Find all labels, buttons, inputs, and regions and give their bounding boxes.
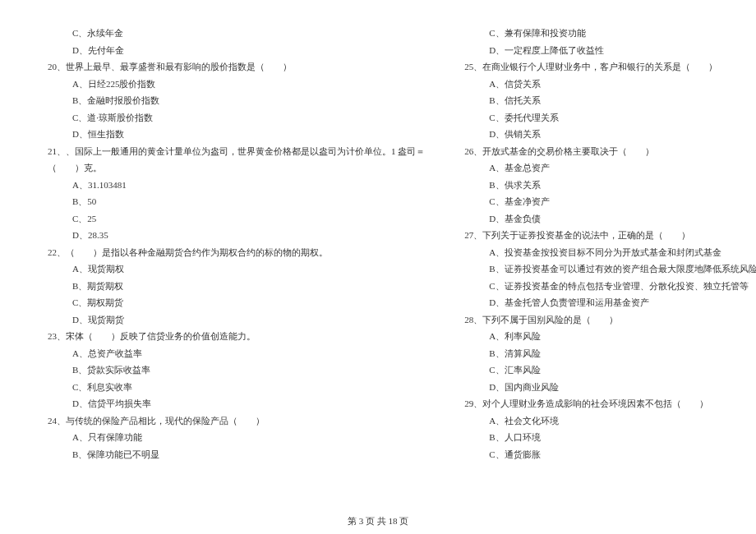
q24-option-a: A、只有保障功能 <box>41 429 425 446</box>
q26-option-a: A、基金总资产 <box>458 159 756 177</box>
q27-option-b: B、证券投资基金可以通过有效的资产组合最大限度地降低系统风险 <box>458 260 756 278</box>
q28-option-d: D、国内商业风险 <box>458 379 756 396</box>
two-column-layout: C、永续年金 D、先付年金 20、世界上最早、最享盛誉和最有影响的股价指数是（ … <box>41 25 715 463</box>
q23-option-a: A、总资产收益率 <box>41 345 425 362</box>
question-29: 29、对个人理财业务造成影响的社会环境因素不包括（ ） <box>458 395 756 412</box>
q21-option-b: B、50 <box>41 193 425 210</box>
question-22: 22、（ ）是指以各种金融期货合约作为期权合约的标的物的期权。 <box>41 244 425 261</box>
question-26: 26、开放式基金的交易价格主要取决于（ ） <box>458 143 756 160</box>
q23-option-c: C、利息实收率 <box>41 379 425 396</box>
question-25: 25、在商业银行个人理财业务中，客户和银行的关系是（ ） <box>458 58 756 76</box>
question-21-cont: （ ）克。 <box>41 159 425 177</box>
q26-option-d: D、基金负债 <box>458 210 756 228</box>
question-27: 27、下列关于证券投资基金的说法中，正确的是（ ） <box>458 227 756 244</box>
q22-option-b: B、期货期权 <box>41 278 425 295</box>
q20-option-c: C、道·琼斯股价指数 <box>41 109 425 127</box>
q27-option-a: A、投资基金按投资目标不同分为开放式基金和封闭式基金 <box>458 244 756 261</box>
q27-option-d: D、基金托管人负责管理和运用基金资产 <box>458 294 756 311</box>
left-column: C、永续年金 D、先付年金 20、世界上最早、最享盛誉和最有影响的股价指数是（ … <box>41 25 425 463</box>
question-24: 24、与传统的保险产品相比，现代的保险产品（ ） <box>41 412 425 430</box>
q26-option-b: B、供求关系 <box>458 177 756 194</box>
q23-option-d: D、信贷平均损失率 <box>41 395 425 412</box>
q20-option-d: D、恒生指数 <box>41 126 425 143</box>
option-c: C、永续年金 <box>41 25 425 42</box>
q21-option-d: D、28.35 <box>41 227 425 244</box>
q29-option-c: C、通货膨胀 <box>458 446 756 463</box>
option-c: C、兼有保障和投资功能 <box>458 25 756 42</box>
q24-option-b: B、保障功能已不明显 <box>41 446 425 463</box>
q25-option-c: C、委托代理关系 <box>458 109 756 127</box>
option-d: D、一定程度上降低了收益性 <box>458 42 756 59</box>
q20-option-a: A、日经225股价指数 <box>41 76 425 93</box>
page-footer: 第 3 页 共 18 页 <box>0 515 756 527</box>
q28-option-c: C、汇率风险 <box>458 361 756 379</box>
q26-option-c: C、基金净资产 <box>458 193 756 210</box>
q25-option-a: A、信贷关系 <box>458 76 756 93</box>
q22-option-c: C、期权期货 <box>41 294 425 311</box>
q21-option-a: A、31.103481 <box>41 177 425 194</box>
q20-option-b: B、金融时报股价指数 <box>41 92 425 109</box>
q27-option-c: C、证券投资基金的特点包括专业管理、分散化投资、独立托管等 <box>458 278 756 295</box>
question-20: 20、世界上最早、最享盛誉和最有影响的股价指数是（ ） <box>41 58 425 76</box>
q23-option-b: B、贷款实际收益率 <box>41 361 425 379</box>
option-d: D、先付年金 <box>41 42 425 59</box>
right-column: C、兼有保障和投资功能 D、一定程度上降低了收益性 25、在商业银行个人理财业务… <box>458 25 756 463</box>
q29-option-b: B、人口环境 <box>458 429 756 446</box>
q25-option-b: B、信托关系 <box>458 92 756 109</box>
q28-option-b: B、清算风险 <box>458 345 756 362</box>
q29-option-a: A、社会文化环境 <box>458 412 756 430</box>
q22-option-a: A、现货期权 <box>41 260 425 278</box>
question-28: 28、下列不属于国别风险的是（ ） <box>458 311 756 329</box>
q25-option-d: D、供销关系 <box>458 126 756 143</box>
q22-option-d: D、现货期货 <box>41 311 425 329</box>
question-23: 23、宋体（ ）反映了信贷业务的价值创造能力。 <box>41 328 425 345</box>
question-21: 21、、国际上一般通用的黄金计量单位为盎司，世界黄金价格都是以盎司为计价单位。1… <box>41 143 425 160</box>
q28-option-a: A、利率风险 <box>458 328 756 345</box>
q21-option-c: C、25 <box>41 210 425 228</box>
